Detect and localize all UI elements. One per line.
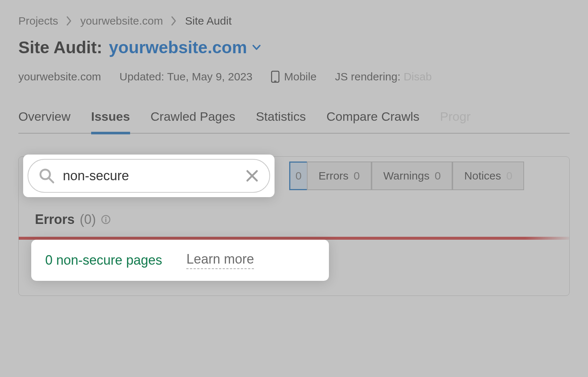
errors-section-heading: Errors (0) — [19, 204, 569, 237]
learn-more-link[interactable]: Learn more — [186, 251, 254, 269]
meta-updated: Updated: Tue, May 9, 2023 — [119, 70, 252, 83]
clear-search-icon[interactable] — [245, 169, 259, 183]
filter-all-count: 0 — [295, 170, 302, 182]
meta-device: Mobile — [271, 70, 316, 83]
issue-link[interactable]: 0 non-secure pages — [45, 253, 162, 268]
issue-search[interactable] — [28, 159, 270, 193]
page-title: Site Audit: yourwebsite.com — [18, 37, 570, 57]
filter-all[interactable]: 0 — [289, 162, 307, 190]
filter-notices[interactable]: Notices 0 — [452, 162, 524, 190]
meta-domain: yourwebsite.com — [18, 70, 101, 83]
tab-progress[interactable]: Progr — [440, 109, 470, 133]
search-highlight — [23, 155, 275, 197]
meta-js-rendering: JS rendering: Disab — [335, 70, 431, 83]
tab-crawled-pages[interactable]: Crawled Pages — [151, 109, 236, 133]
filter-row: 0 Errors 0 Warnings 0 Notices 0 — [23, 155, 565, 197]
svg-rect-1 — [272, 73, 279, 80]
search-icon — [39, 168, 55, 184]
svg-point-8 — [105, 217, 107, 218]
breadcrumb-item-domain[interactable]: yourwebsite.com — [80, 15, 163, 27]
domain-selector-text: yourwebsite.com — [109, 37, 247, 57]
meta-row: yourwebsite.com Updated: Tue, May 9, 202… — [18, 70, 570, 83]
svg-rect-0 — [272, 71, 279, 82]
breadcrumb-item-current: Site Audit — [185, 15, 232, 27]
filter-warnings[interactable]: Warnings 0 — [372, 162, 452, 190]
tabs: Overview Issues Crawled Pages Statistics… — [18, 109, 570, 134]
issues-panel: 0 Errors 0 Warnings 0 Notices 0 Errors — [18, 156, 570, 296]
tab-overview[interactable]: Overview — [18, 109, 71, 133]
chevron-right-icon — [66, 16, 72, 26]
chevron-down-icon — [252, 44, 261, 50]
svg-line-4 — [49, 178, 53, 182]
tab-compare-crawls[interactable]: Compare Crawls — [326, 109, 419, 133]
filter-notices-label: Notices — [464, 170, 501, 182]
errors-heading-label: Errors — [35, 212, 75, 227]
filter-errors-count: 0 — [354, 170, 360, 182]
filter-warnings-label: Warnings — [383, 170, 430, 182]
filter-errors[interactable]: Errors 0 — [307, 162, 372, 190]
errors-severity-bar — [19, 237, 569, 240]
site-audit-page: Projects yourwebsite.com Site Audit Site… — [0, 0, 588, 296]
meta-device-label: Mobile — [284, 70, 316, 83]
page-title-label: Site Audit: — [18, 37, 102, 57]
errors-heading-count: (0) — [80, 212, 96, 227]
issue-search-input[interactable] — [63, 168, 237, 184]
filter-errors-label: Errors — [319, 170, 349, 182]
info-icon[interactable] — [101, 215, 111, 224]
chevron-right-icon — [171, 16, 177, 26]
domain-selector[interactable]: yourwebsite.com — [109, 37, 261, 57]
breadcrumb: Projects yourwebsite.com Site Audit — [18, 15, 570, 27]
filter-pills: 0 Errors 0 Warnings 0 Notices 0 — [289, 162, 524, 190]
meta-js-label: JS rendering: — [335, 70, 400, 83]
filter-warnings-count: 0 — [435, 170, 441, 182]
filter-notices-count: 0 — [506, 170, 512, 182]
issue-row: 0 non-secure pages Learn more — [31, 240, 329, 281]
breadcrumb-item-projects[interactable]: Projects — [18, 15, 58, 27]
tab-issues[interactable]: Issues — [91, 109, 130, 134]
tab-statistics[interactable]: Statistics — [256, 109, 306, 133]
meta-js-value: Disab — [404, 70, 432, 83]
mobile-icon — [271, 70, 280, 83]
